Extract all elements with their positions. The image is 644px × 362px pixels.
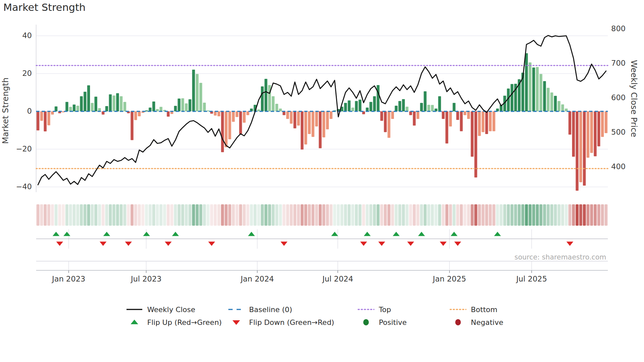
heatmap-cell [474,204,477,226]
heatmap-cell [80,204,83,226]
strength-bar [532,68,535,111]
heatmap-cell [123,204,126,226]
heatmap-cell [590,204,593,226]
heatmap-cell [246,204,249,226]
heatmap-cell [355,204,358,226]
strength-bar [214,111,217,116]
flip-up-marker [331,232,338,236]
flip-up-marker [143,232,150,236]
strength-bar [232,111,235,122]
strength-bar [540,74,542,111]
heatmap-cell [225,204,228,226]
strength-bar [264,79,267,111]
heatmap-cell [301,204,304,226]
strength-bar [105,106,108,111]
strength-bar [387,111,390,138]
heatmap-cell [185,204,188,226]
heatmap-cell [210,204,213,226]
heatmap-cell [94,204,97,226]
x-tick-label: Jul 2024 [322,275,353,283]
heatmap-cell [105,204,108,226]
flip-up-marker [172,232,179,236]
heatmap-cell [181,204,184,226]
strength-bar [228,111,231,139]
strength-bar [348,101,351,111]
heatmap-cell [44,204,47,226]
heatmap-cell [568,204,571,226]
heatmap-cell [424,204,426,226]
heatmap-cell [138,204,141,226]
heatmap-cell [275,204,278,226]
heatmap-cell [503,204,506,226]
legend-label-top: Top [379,305,391,314]
strength-bar [65,102,68,111]
flip-down-marker [125,242,132,246]
strength-bar [586,111,589,158]
heatmap-cell [395,204,398,226]
heatmap-cell [243,204,246,226]
heatmap-cell [62,204,65,226]
legend-label-positive: Positive [379,318,407,327]
flip-down-marker [100,242,106,246]
heatmap-cell [199,204,202,226]
strength-bar [558,101,561,111]
strength-bar [594,111,597,156]
strength-bar [597,111,600,146]
heatmap-cell [540,204,542,226]
heatmap-cell [452,204,455,226]
heatmap-cell [471,204,473,226]
strength-bar [116,93,119,111]
flip-up-marker [63,232,70,236]
heatmap-cell [174,204,177,226]
heatmap-cell [319,204,322,226]
heatmap-cell [134,204,137,226]
strength-bar [380,111,383,121]
heatmap-cell [366,204,369,226]
strength-bar [478,111,481,136]
strength-bar [218,111,220,116]
strength-bar [243,111,246,123]
strength-bar [167,111,170,117]
legend-item-flip-up: Flip Up (Red→Green) [126,317,222,327]
heatmap-cell [463,204,466,226]
heatmap-cell [228,204,231,226]
heatmap-cell [449,204,452,226]
heatmap-cell [583,204,586,226]
legend-item-baseline: Baseline (0) [228,305,292,314]
heatmap-cell [456,204,459,226]
heatmap-cell [257,204,260,226]
flip-up-marker [248,232,255,236]
heatmap-cell [402,204,405,226]
strength-bar [87,85,90,111]
strength-bar [456,111,459,120]
heatmap-cell [130,204,133,226]
x-tick-label: Jul 2025 [516,275,547,283]
heatmap-cell [326,204,329,226]
y-right-tick-label: 700 [611,59,626,67]
heatmap-cell [398,204,401,226]
heatmap-cell [221,204,224,226]
strength-bar [221,111,224,152]
strength-bar [286,111,289,119]
strength-bar [283,111,286,115]
flip-down-marker [566,242,573,246]
heatmap-cell [47,204,50,226]
heatmap-cell [434,204,437,226]
strength-bar [178,99,181,111]
strength-bar [47,111,50,125]
dot-orange-icon [449,305,467,314]
y-right-tick-label: 400 [611,162,626,171]
heatmap-cell [427,204,430,226]
y-right-tick-label: 600 [611,93,626,102]
strength-bar [120,96,123,111]
heatmap-cell [214,204,217,226]
legend-label-bottom: Bottom [471,305,497,314]
y-right-tick-label: 800 [611,24,626,33]
strength-bar [583,111,586,186]
heatmap-cell [293,204,296,226]
heatmap-cell [543,204,546,226]
heatmap-cell [218,204,220,226]
strength-bar [474,111,477,177]
line-black-icon [126,305,143,314]
strength-bar [301,111,304,149]
